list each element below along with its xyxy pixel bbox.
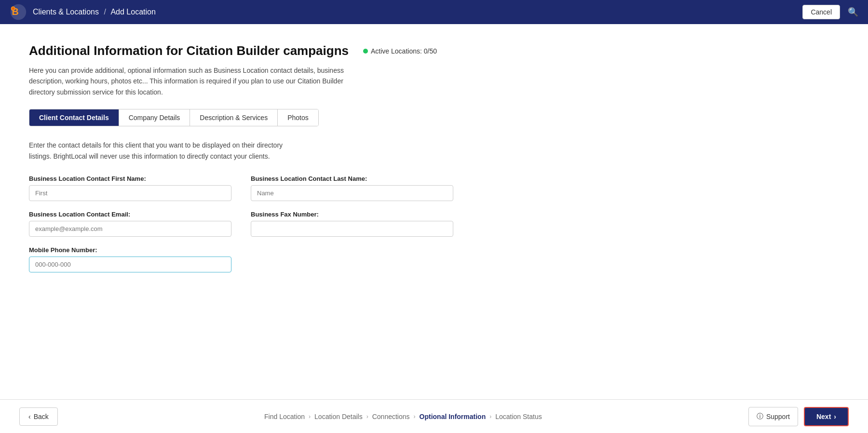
form-description: Enter the contact details for this clien… (29, 140, 294, 162)
support-button[interactable]: ⓘ Support (748, 407, 798, 426)
main-content: Additional Information for Citation Buil… (0, 24, 868, 399)
back-button[interactable]: ‹ Back (19, 407, 58, 426)
mobile-input[interactable] (29, 257, 231, 272)
breadcrumb-find-location: Find Location (264, 413, 305, 420)
active-locations-label: Active Locations: 0/50 (371, 47, 437, 55)
email-input[interactable] (29, 221, 231, 237)
logo: B (10, 3, 27, 21)
page-description: Here you can provide additional, optiona… (29, 65, 366, 97)
active-dot (363, 49, 368, 54)
svg-point-3 (12, 7, 14, 10)
support-icon: ⓘ (757, 412, 763, 421)
header-breadcrumb: Clients & Locations / Add Location (33, 8, 156, 16)
first-name-label: Business Location Contact First Name: (29, 175, 231, 182)
form-row-2: Business Location Contact Email: Busines… (29, 211, 839, 237)
breadcrumb-add-location: Add Location (110, 8, 155, 16)
breadcrumb-optional-information: Optional Information (420, 413, 486, 420)
first-name-group: Business Location Contact First Name: (29, 175, 231, 201)
tab-company-details[interactable]: Company Details (119, 109, 190, 126)
breadcrumb-location-status: Location Status (495, 413, 542, 420)
fax-group: Business Fax Number: (251, 211, 453, 237)
tab-photos[interactable]: Photos (278, 109, 318, 126)
last-name-group: Business Location Contact Last Name: (251, 175, 453, 201)
next-arrow-icon: › (834, 413, 836, 420)
breadcrumb-connections: Connections (372, 413, 410, 420)
brightlocal-logo: B (10, 3, 27, 21)
next-label: Next (816, 413, 831, 420)
breadcrumb-location-details: Location Details (314, 413, 363, 420)
fax-label: Business Fax Number: (251, 211, 453, 218)
back-label: Back (34, 413, 49, 420)
header: B Clients & Locations / Add Location Can… (0, 0, 868, 24)
cancel-button[interactable]: Cancel (802, 5, 840, 19)
support-label: Support (766, 413, 790, 420)
title-row: Additional Information for Citation Buil… (29, 43, 839, 58)
tab-description-services[interactable]: Description & Services (190, 109, 278, 126)
last-name-input[interactable] (251, 185, 453, 201)
header-left: B Clients & Locations / Add Location (10, 3, 156, 21)
email-label: Business Location Contact Email: (29, 211, 231, 218)
last-name-label: Business Location Contact Last Name: (251, 175, 453, 182)
mobile-group: Mobile Phone Number: (29, 246, 231, 272)
footer-left: ‹ Back (19, 407, 58, 426)
form-row-3: Mobile Phone Number: (29, 246, 839, 272)
first-name-input[interactable] (29, 185, 231, 201)
footer-breadcrumb-nav: Find Location › Location Details › Conne… (264, 413, 542, 420)
sep-2: › (366, 413, 368, 420)
fax-input[interactable] (251, 221, 453, 237)
breadcrumb-clients: Clients & Locations (33, 8, 99, 16)
page-title: Additional Information for Citation Buil… (29, 43, 349, 58)
mobile-label: Mobile Phone Number: (29, 246, 231, 254)
sep-4: › (489, 413, 491, 420)
footer: ‹ Back Find Location › Location Details … (0, 399, 868, 433)
active-locations-badge: Active Locations: 0/50 (363, 47, 437, 55)
form-row-1: Business Location Contact First Name: Bu… (29, 175, 839, 201)
back-arrow-icon: ‹ (28, 413, 31, 420)
footer-right: ⓘ Support Next › (748, 407, 849, 426)
sep-1: › (309, 413, 311, 420)
tab-client-contact-details[interactable]: Client Contact Details (29, 109, 119, 126)
sep-3: › (414, 413, 416, 420)
next-button[interactable]: Next › (804, 407, 849, 426)
breadcrumb-sep: / (104, 8, 106, 16)
search-icon[interactable]: 🔍 (848, 7, 858, 17)
tabs-container: Client Contact Details Company Details D… (29, 109, 319, 126)
email-group: Business Location Contact Email: (29, 211, 231, 237)
